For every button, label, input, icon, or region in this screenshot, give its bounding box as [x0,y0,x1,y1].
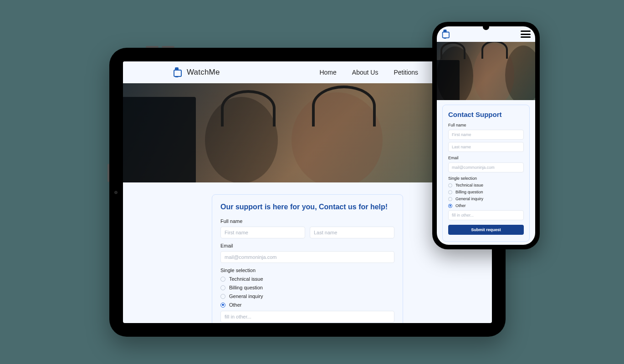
radio-other[interactable]: Other [220,302,394,308]
radio-icon [448,183,452,187]
email-input[interactable]: mail@commoninja.com [448,162,524,172]
radio-billing[interactable]: Billing question [448,190,524,194]
radio-icon [448,204,452,208]
fullname-label: Full name [448,123,524,127]
main-nav: Home About Us Petitions Co [319,69,442,76]
radio-technical[interactable]: Technical issue [448,183,524,187]
radio-label: Technical issue [229,276,263,282]
radio-label: Billing question [229,285,263,290]
last-name-input[interactable]: Last name [448,142,524,152]
radio-label: Other [455,203,466,208]
nav-petitions[interactable]: Petitions [394,69,418,76]
watch-icon[interactable] [442,30,448,39]
other-input[interactable]: fill in other... [220,311,394,323]
nav-home[interactable]: Home [319,69,336,76]
last-name-input[interactable]: Last name [310,227,394,238]
other-input[interactable]: fill in other... [448,210,524,220]
radio-icon [448,190,452,194]
nav-about[interactable]: About Us [352,69,378,76]
first-name-input[interactable]: First name [448,130,524,140]
radio-icon [448,197,452,201]
first-name-input[interactable]: First name [220,227,305,238]
tablet-camera [114,191,118,194]
radio-general[interactable]: General inquiry [448,197,524,201]
radio-icon [220,285,225,290]
phone-device: Contact Support Full name First name Las… [432,22,540,249]
radio-label: General inquiry [229,293,263,299]
brand-logo[interactable]: WatchMe [173,67,220,77]
phone-camera [483,24,489,30]
radio-icon [220,303,225,308]
phone-screen: Contact Support Full name First name Las… [437,26,535,245]
radio-label: Other [229,302,242,308]
form-title: Our support is here for you, Contact us … [220,203,394,211]
submit-button[interactable]: Submit request [448,225,524,235]
single-selection-label: Single selection [220,268,394,273]
email-label: Email [220,243,394,248]
fullname-label: Full name [220,218,394,224]
support-form: Our support is here for you, Contact us … [212,194,403,323]
phone-support-form: Contact Support Full name First name Las… [442,105,530,242]
radio-billing[interactable]: Billing question [220,285,394,290]
radio-icon [220,294,225,299]
email-input[interactable]: mail@commoninja.com [220,251,394,263]
form-title: Contact Support [448,111,524,118]
radio-label: General inquiry [455,197,483,201]
menu-icon[interactable] [521,30,531,38]
phone-hero-image [437,42,535,100]
email-label: Email [448,156,524,160]
tablet-button [162,46,174,48]
radio-icon [220,277,225,282]
watch-icon [173,67,180,77]
single-selection-label: Single selection [448,176,524,181]
radio-technical[interactable]: Technical issue [220,276,394,282]
tablet-button [107,164,109,182]
radio-general[interactable]: General inquiry [220,293,394,299]
radio-other[interactable]: Other [448,203,524,208]
brand-name: WatchMe [187,68,220,77]
radio-label: Technical issue [455,183,483,187]
radio-label: Billing question [455,190,483,194]
tablet-button [146,46,159,48]
